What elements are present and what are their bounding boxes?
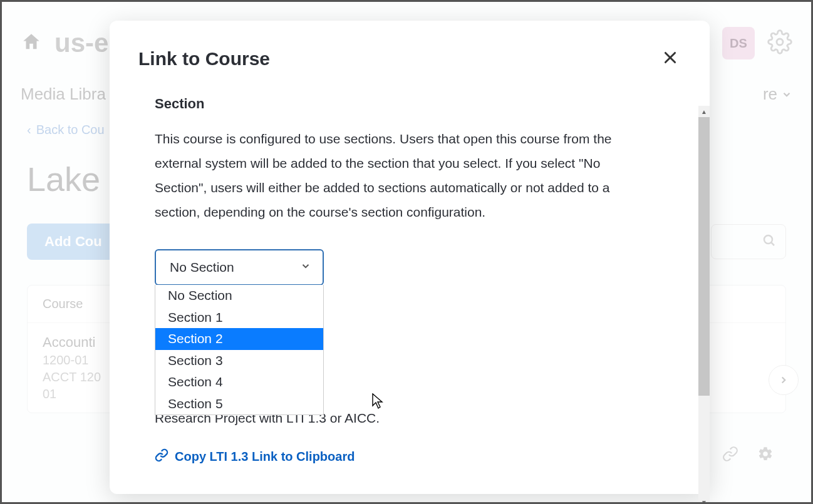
modal-title: Link to Course [138,48,270,69]
section-dropdown-control[interactable]: No Section [155,249,324,285]
section-description: This course is configured to use section… [155,127,643,224]
link-icon [155,448,168,465]
section-dropdown-option[interactable]: Section 4 [155,371,323,393]
chevron-down-icon [300,260,311,275]
section-dropdown-option[interactable]: No Section [155,285,323,306]
modal-body: Section This course is configured to use… [110,83,710,494]
section-dropdown-option[interactable]: Section 1 [155,307,323,328]
link-to-course-modal: Link to Course ▲ ▼ Section This course i… [110,21,710,494]
section-label: Section [155,96,665,112]
section-dropdown-option[interactable]: Section 3 [155,350,323,371]
copy-lti-link[interactable]: Copy LTI 1.3 Link to Clipboard [155,448,665,465]
section-dropdown-option[interactable]: Section 2 [155,328,323,349]
section-dropdown-option[interactable]: Section 5 [155,393,323,414]
section-dropdown-value: No Section [170,260,234,275]
section-dropdown[interactable]: No Section No SectionSection 1Section 2S… [155,249,324,285]
modal-header: Link to Course [110,21,710,83]
section-dropdown-list: No SectionSection 1Section 2Section 3Sec… [155,285,324,415]
copy-lti-link-label: Copy LTI 1.3 Link to Clipboard [175,450,355,464]
close-icon[interactable] [660,47,681,71]
scroll-down-arrow[interactable]: ▼ [698,496,710,504]
